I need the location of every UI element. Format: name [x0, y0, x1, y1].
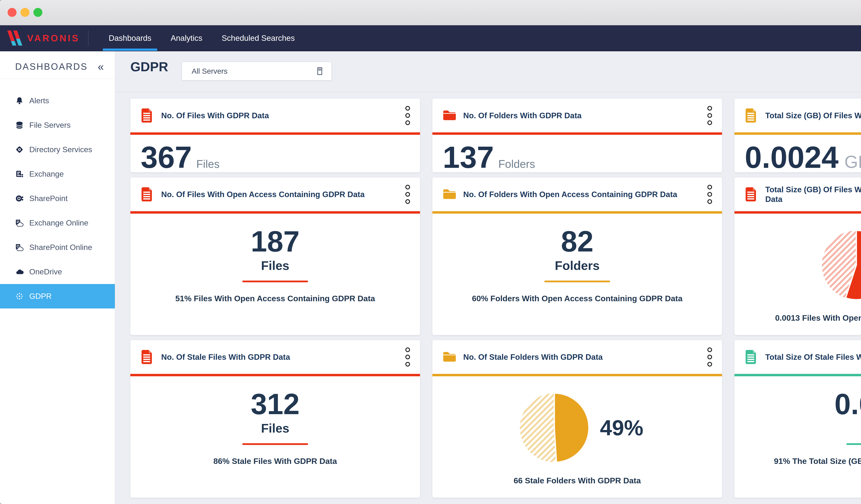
cards-grid: No. Of Files With GDPR Data 367Files No.…	[131, 99, 861, 498]
card-body: 49%66 Stale Folders With GDPR Data	[433, 376, 722, 498]
card-title: No. Of Files With GDPR Data	[161, 111, 269, 120]
card-unit: Files	[261, 421, 289, 435]
minimize-window-button[interactable]	[20, 8, 29, 17]
server-icon	[315, 67, 324, 75]
card-header: No. Of Folders With GDPR Data	[433, 99, 722, 132]
varonis-logo-icon	[7, 30, 24, 46]
server-filter-dropdown[interactable]: All Servers	[182, 61, 332, 81]
sidebar-item-label: OneDrive	[29, 267, 62, 276]
card-underline	[242, 443, 308, 445]
page-title: GDPR	[131, 59, 168, 74]
card-caption: 91% The Total Size (GB) Of Stale Files W…	[767, 456, 861, 466]
card-title: Total Size (GB) Of Files With GDPR Data	[765, 111, 861, 120]
sharepoint-icon	[15, 194, 24, 203]
widget-card-no-of-folders-with-open-access-containing-gdpr-data: No. Of Folders With Open Access Containi…	[433, 178, 722, 335]
card-underline	[242, 281, 308, 282]
top-navbar: VARONIS DashboardsAnalyticsScheduled Sea…	[0, 25, 861, 51]
card-unit: Files	[196, 158, 220, 170]
kebab-menu-icon[interactable]	[707, 185, 712, 204]
tab-dashboards[interactable]: Dashboards	[102, 25, 158, 51]
tab-analytics[interactable]: Analytics	[164, 25, 209, 51]
sidebar-item-alerts[interactable]: Alerts	[0, 88, 115, 113]
widget-card-no-of-stale-folders-with-gdpr-data: No. Of Stale Folders With GDPR Data 49%6…	[433, 340, 722, 498]
widget-card-total-size-of-stale-files-with-gdpr-data: Total Size Of Stale Files With GDPR Data…	[735, 340, 861, 498]
zoom-window-button[interactable]	[33, 8, 42, 17]
kebab-menu-icon[interactable]	[405, 348, 410, 367]
card-unit: Files	[261, 258, 289, 272]
pie-chart	[516, 390, 592, 466]
sidebar-item-label: GDPR	[29, 292, 52, 301]
card-header: No. Of Files With GDPR Data	[131, 99, 420, 132]
database-icon	[15, 121, 24, 129]
widget-card-no-of-files-with-open-access-containing-gdpr-data: No. Of Files With Open Access Containing…	[131, 178, 420, 335]
sidebar-item-exchange[interactable]: Exchange	[0, 162, 115, 186]
kebab-menu-icon[interactable]	[707, 106, 712, 125]
card-caption: 66 Stale Folders With GDPR Data	[433, 476, 722, 485]
file-icon	[140, 349, 155, 365]
card-value: 82	[561, 225, 593, 257]
card-body: 367Files	[131, 135, 420, 172]
card-unit: Folders	[498, 158, 535, 170]
card-header: No. Of Files With Open Access Containing…	[131, 178, 420, 211]
card-title: No. Of Stale Folders With GDPR Data	[463, 352, 603, 362]
card-caption: 60% Folders With Open Access Containing …	[465, 294, 689, 303]
card-value: 187	[251, 225, 300, 257]
card-body: 0.0022GB91% The Total Size (GB) Of Stale…	[735, 376, 861, 498]
card-header: No. Of Folders With Open Access Containi…	[433, 178, 722, 211]
pie-percent-label: 49%	[600, 415, 643, 440]
varonis-logo[interactable]: VARONIS	[7, 25, 80, 51]
card-caption: 0.0013 Files With Open Access Containing…	[735, 313, 861, 323]
bell-icon	[15, 96, 24, 105]
widget-card-no-of-stale-files-with-gdpr-data: No. Of Stale Files With GDPR Data 312Fil…	[131, 340, 420, 498]
sidebar-item-sharepoint[interactable]: SharePoint	[0, 186, 115, 211]
widget-card-no-of-folders-with-gdpr-data: No. Of Folders With GDPR Data 137Folders	[433, 99, 722, 172]
widget-card-total-size-gb-of-files-with-gdpr-data: Total Size (GB) Of Files With GDPR Data …	[735, 99, 861, 172]
card-body: 0.0024GB	[735, 135, 861, 172]
card-title: No. Of Folders With GDPR Data	[463, 111, 582, 120]
sidebar-item-file-servers[interactable]: File Servers	[0, 113, 115, 137]
folder-icon	[442, 187, 457, 202]
card-header: Total Size Of Stale Files With GDPR Data	[735, 340, 861, 374]
card-title: No. Of Stale Files With GDPR Data	[161, 352, 290, 362]
sidebar-item-label: SharePoint Online	[29, 243, 92, 252]
sidebar-title: DASHBOARDS	[15, 61, 88, 72]
card-value: 137	[443, 142, 494, 172]
sidebar-item-label: SharePoint	[29, 194, 68, 203]
card-underline	[846, 443, 861, 445]
kebab-menu-icon[interactable]	[707, 348, 712, 367]
card-body: 312Files86% Stale Files With GDPR Data	[131, 376, 420, 498]
card-unit: Folders	[555, 258, 600, 272]
card-accent-line	[433, 132, 722, 135]
sidebar-item-onedrive[interactable]: OneDrive	[0, 260, 115, 284]
card-header: Total Size (GB) Of Files With GDPR Data	[735, 99, 861, 132]
sidebar-item-directory-services[interactable]: Directory Services	[0, 137, 115, 162]
sidebar: DASHBOARDS « AlertsFile ServersDirectory…	[0, 51, 115, 504]
server-filter-value: All Servers	[182, 67, 315, 75]
card-unit: GB	[844, 152, 861, 172]
tab-scheduled-searches[interactable]: Scheduled Searches	[215, 25, 301, 51]
close-window-button[interactable]	[8, 8, 16, 17]
kebab-menu-icon[interactable]	[405, 185, 410, 204]
page-header: GDPR All Servers Select Widgets	[115, 51, 861, 92]
onedrive-icon	[15, 267, 24, 276]
card-accent-line	[131, 132, 420, 135]
sidebar-item-gdpr[interactable]: GDPR	[0, 284, 115, 308]
main-content: GDPR All Servers Select Widgets No. Of F…	[115, 51, 861, 504]
sidebar-item-sharepoint-online[interactable]: SharePoint Online	[0, 235, 115, 260]
card-header: No. Of Stale Files With GDPR Data	[131, 340, 420, 374]
card-accent-line	[735, 374, 861, 376]
card-body: 187Files51% Files With Open Access Conta…	[131, 214, 420, 335]
card-value: 312	[251, 388, 300, 420]
file-icon	[140, 108, 155, 123]
sidebar-item-exchange-online[interactable]: Exchange Online	[0, 211, 115, 235]
sidebar-item-label: Exchange Online	[29, 219, 88, 227]
exchange-online-icon	[15, 219, 24, 227]
sharepoint-online-icon	[15, 243, 24, 252]
folder-icon	[442, 349, 457, 365]
file-icon	[744, 108, 759, 123]
kebab-menu-icon[interactable]	[405, 106, 410, 125]
card-accent-line	[433, 211, 722, 214]
card-value: 0.0024	[745, 142, 838, 172]
card-accent-line	[433, 374, 722, 376]
sidebar-collapse-icon[interactable]: «	[98, 63, 104, 70]
